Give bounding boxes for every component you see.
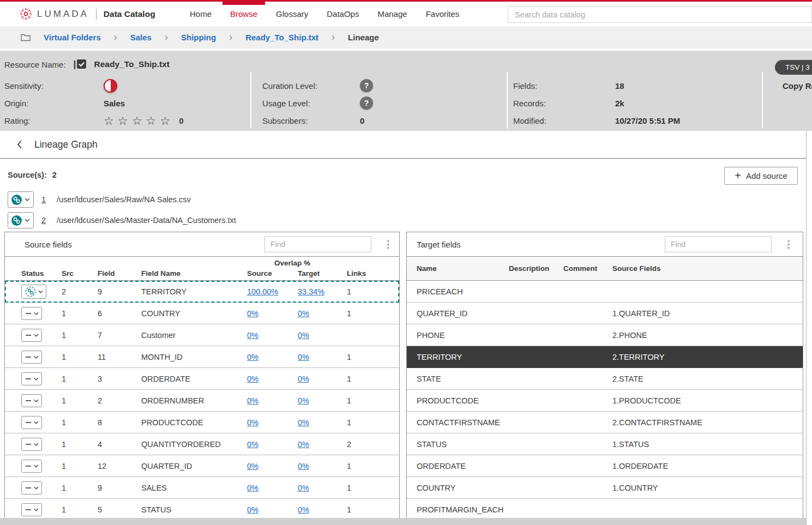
nav-item[interactable]: Glossary [276, 2, 308, 26]
target-table-body: PRICEEACH QUARTER_ID 1.QUARTER_ID PHONE … [407, 281, 803, 518]
table-row[interactable]: 2 9 TERRITORY 100.00% 33.34% 1 [5, 281, 399, 303]
table-row[interactable]: PRICEEACH [407, 281, 803, 303]
table-row[interactable]: STATUS 1.STATUS [407, 433, 803, 455]
breadcrumb-link[interactable]: Lineage [348, 33, 379, 42]
nav-item[interactable]: DataOps [327, 2, 359, 26]
star-icon[interactable]: ☆ [160, 115, 170, 126]
source-overlap-link[interactable]: 0% [247, 440, 258, 449]
target-overlap-link[interactable]: 0% [298, 331, 309, 340]
back-button[interactable] [17, 140, 22, 149]
status-dropdown[interactable] [21, 307, 42, 320]
status-dropdown[interactable] [21, 438, 42, 451]
table-row[interactable]: QUARTER_ID 1.QUARTER_ID [407, 303, 803, 324]
source-overlap-link[interactable]: 0% [247, 462, 258, 470]
status-dropdown[interactable] [21, 394, 42, 407]
status-dropdown[interactable] [21, 481, 42, 494]
status-dropdown[interactable] [21, 503, 42, 516]
add-source-button[interactable]: + Add source [724, 167, 798, 185]
table-row[interactable]: 1 8 PRODUCTCODE 0% 0% 1 [5, 412, 399, 433]
star-icon[interactable]: ☆ [118, 115, 128, 126]
source-find-input[interactable] [264, 236, 371, 252]
star-icon[interactable]: ☆ [132, 115, 142, 126]
help-icon[interactable]: ? [360, 96, 373, 110]
source-link-dropdown[interactable] [8, 191, 34, 208]
status-dropdown[interactable] [21, 351, 42, 364]
status-dropdown[interactable] [21, 285, 46, 299]
source-overlap-link[interactable]: 0% [247, 353, 258, 361]
source-overlap-link[interactable]: 0% [247, 396, 258, 405]
target-overlap-link[interactable]: 0% [298, 309, 309, 318]
target-overlap-link[interactable]: 0% [298, 505, 309, 514]
status-dropdown[interactable] [21, 460, 42, 473]
breadcrumb-link[interactable]: Ready_To_Ship.txt [245, 33, 318, 42]
copy-resource-action[interactable]: Copy Res [783, 81, 812, 90]
nav-item[interactable]: Browse [230, 2, 257, 26]
chevron-down-icon [38, 290, 43, 293]
source-overlap-link[interactable]: 0% [247, 484, 258, 492]
table-row[interactable]: 1 11 MONTH_ID 0% 0% 1 [5, 346, 399, 368]
table-row[interactable]: 1 6 COUNTRY 0% 0% 1 [5, 303, 399, 324]
checked-document-icon [74, 58, 87, 70]
source-number-link[interactable]: 2 [41, 216, 48, 225]
target-find-input[interactable] [665, 236, 772, 252]
table-row[interactable]: COUNTRY 1.COUNTRY [407, 477, 803, 499]
lumada-data-catalog-page: LUMADA Data Catalog Home Browse Glossary… [0, 0, 812, 525]
kebab-menu-icon[interactable] [785, 239, 792, 250]
breadcrumb-link[interactable]: Sales [130, 33, 152, 42]
table-row[interactable]: 1 12 QUARTER_ID 0% 0% 1 [5, 455, 399, 477]
breadcrumb-link[interactable]: Shipping [181, 33, 216, 42]
status-dropdown[interactable] [21, 416, 42, 429]
target-overlap-link[interactable]: 33.34% [298, 287, 324, 296]
source-table-body: 2 9 TERRITORY 100.00% 33.34% 1 1 6 COUNT… [5, 281, 399, 518]
nav-item[interactable]: Manage [377, 2, 407, 26]
source-overlap-link[interactable]: 0% [247, 331, 258, 340]
table-row[interactable]: 1 9 SALES 0% 0% 1 [5, 477, 399, 499]
source-overlap-link[interactable]: 100.00% [247, 287, 278, 296]
status-dropdown[interactable] [21, 329, 42, 342]
source-overlap-link[interactable]: 0% [247, 375, 258, 383]
source-overlap-link[interactable]: 0% [247, 418, 258, 427]
table-row[interactable]: PROFITMARGIN_EACH [407, 499, 803, 518]
table-row[interactable]: PRODUCTCODE 1.PRODUCTCODE [407, 390, 803, 412]
table-row[interactable]: PHONE 2.PHONE [407, 324, 803, 346]
source-path: /user/ldcuser/Sales/Raw/NA Sales.csv [57, 195, 191, 204]
source-number-link[interactable]: 1 [41, 195, 48, 204]
nav-item[interactable]: Home [190, 2, 212, 26]
table-row[interactable]: 1 7 Customer 0% 0% [5, 324, 399, 346]
target-overlap-link[interactable]: 0% [298, 440, 309, 449]
table-row[interactable]: ORDERDATE 1.ORDERDATE [407, 455, 803, 477]
help-icon[interactable]: ? [360, 79, 373, 92]
status-dropdown[interactable] [21, 372, 42, 385]
search-input[interactable] [508, 6, 812, 23]
source-overlap-link[interactable]: 0% [247, 309, 258, 318]
table-row[interactable]: 1 3 ORDERDATE 0% 0% 1 [5, 368, 399, 390]
target-overlap-link[interactable]: 0% [298, 375, 309, 383]
source-overlap-link[interactable]: 0% [247, 505, 258, 514]
target-overlap-link[interactable]: 0% [298, 462, 309, 470]
table-row[interactable]: 1 5 STATUS 0% 0% 1 [5, 499, 399, 518]
star-icon[interactable]: ☆ [146, 115, 156, 126]
kebab-menu-icon[interactable] [385, 239, 392, 250]
scrollbar-track[interactable] [806, 131, 812, 525]
target-overlap-link[interactable]: 0% [298, 418, 309, 427]
table-row[interactable]: CONTACTFIRSTNAME 2.CONTACTFIRSTNAME [407, 412, 803, 433]
target-overlap-link[interactable]: 0% [298, 353, 309, 361]
field-number: 12 [90, 462, 136, 470]
field-name: TERRITORY [136, 287, 239, 296]
target-source-fields: 1.STATUS [612, 440, 803, 449]
table-row[interactable]: TERRITORY 2.TERRITORY [407, 346, 803, 368]
target-overlap-link[interactable]: 0% [298, 396, 309, 405]
nav-item[interactable]: Favorites [426, 2, 460, 26]
target-fields-panel: Target fields Name Description Comment S… [406, 232, 803, 518]
src-value: 2 [57, 287, 90, 296]
table-row[interactable]: 1 2 ORDERNUMBER 0% 0% 1 [5, 390, 399, 412]
target-overlap-link[interactable]: 0% [298, 484, 309, 492]
table-row[interactable]: STATE 2.STATE [407, 368, 803, 390]
breadcrumb-link[interactable]: Virtual Folders [44, 33, 101, 42]
meta-divider [762, 72, 763, 129]
links-count: 1 [336, 375, 399, 383]
table-row[interactable]: 1 4 QUANTITYORDERED 0% 0% 2 [5, 433, 399, 455]
star-icon[interactable]: ☆ [104, 115, 114, 126]
source-link-dropdown[interactable] [8, 212, 34, 228]
bottom-strip [0, 518, 806, 525]
